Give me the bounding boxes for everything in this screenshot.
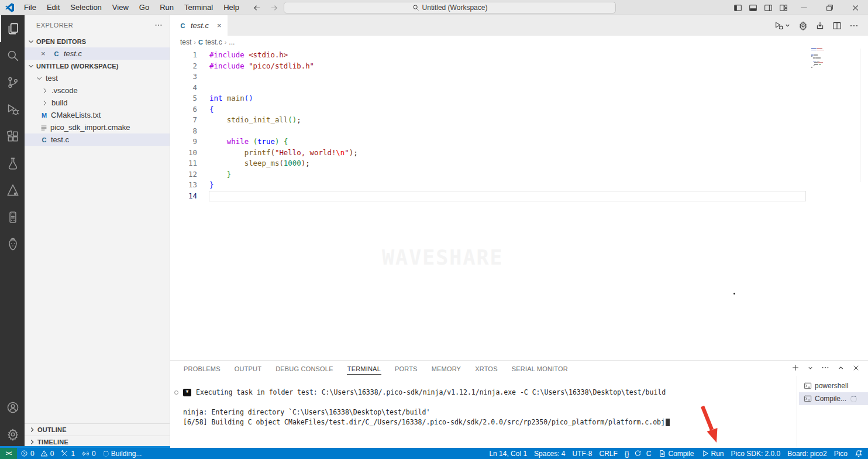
compile-button[interactable]: Compile: [655, 448, 698, 459]
tree-item-pico-sdk-import-cmake[interactable]: pico_sdk_import.cmake: [25, 121, 170, 133]
resize-sash[interactable]: [0, 446, 170, 448]
customize-layout-icon[interactable]: [776, 4, 791, 12]
activity-settings-icon[interactable]: [0, 421, 25, 448]
code-line-11[interactable]: 11 sleep_ms(1000);: [170, 158, 868, 169]
close-editor-icon[interactable]: ×: [41, 49, 49, 58]
notifications-bell[interactable]: [851, 448, 868, 459]
panel-tab-memory[interactable]: MEMORY: [431, 362, 462, 375]
board-selector[interactable]: Board: pico2: [784, 448, 830, 459]
activity-source-control-icon[interactable]: [0, 69, 25, 96]
split-editor-icon[interactable]: [832, 21, 842, 30]
editor-scrollbar[interactable]: [860, 49, 860, 182]
tree-item-test-c[interactable]: Ctest.c: [25, 133, 170, 146]
breadcrumb-symbol[interactable]: ...: [229, 38, 235, 46]
menu-edit[interactable]: Edit: [42, 0, 65, 15]
toggle-secondary-sidebar-icon[interactable]: [760, 4, 776, 12]
minimap[interactable]: [811, 48, 826, 68]
configure-gear-icon[interactable]: [798, 21, 808, 30]
close-tab-icon[interactable]: ×: [217, 21, 222, 30]
restore-icon[interactable]: [817, 0, 842, 15]
terminal-scrollbar[interactable]: [797, 376, 797, 447]
code-line-14[interactable]: 14: [170, 191, 868, 202]
remote-indicator[interactable]: ><: [0, 448, 17, 459]
toggle-sidebar-icon[interactable]: [730, 4, 745, 12]
code-line-4[interactable]: 4: [170, 83, 868, 94]
tree-item-test[interactable]: test: [25, 72, 170, 84]
breadcrumb-file[interactable]: test.c: [205, 38, 222, 46]
menu-selection[interactable]: Selection: [65, 0, 106, 15]
panel-tab-ports[interactable]: PORTS: [394, 362, 418, 375]
more-actions-icon[interactable]: [849, 21, 859, 30]
tab-test-c[interactable]: C test.c ×: [170, 15, 228, 36]
panel-tab-output[interactable]: OUTPUT: [234, 362, 262, 375]
indentation[interactable]: Spaces: 4: [531, 448, 569, 459]
pico-sdk-version[interactable]: Pico SDK: 2.0.0: [728, 448, 784, 459]
menu-terminal[interactable]: Terminal: [179, 0, 218, 15]
code-line-5[interactable]: 5int main(): [170, 93, 868, 104]
building-status[interactable]: Building...: [99, 448, 146, 459]
code-line-7[interactable]: 7 stdio_init_all();: [170, 115, 868, 126]
new-terminal-icon[interactable]: [791, 364, 800, 372]
terminal-dropdown-icon[interactable]: [807, 365, 814, 371]
workspace-header[interactable]: UNTITLED (WORKSPACE): [25, 60, 170, 72]
activity-search-icon[interactable]: [0, 42, 25, 69]
code-line-12[interactable]: 12 }: [170, 169, 868, 180]
code-line-13[interactable]: 13}: [170, 180, 868, 191]
back-icon[interactable]: [253, 4, 261, 12]
panel-tab-terminal[interactable]: TERMINAL: [347, 362, 381, 375]
close-panel-icon[interactable]: [852, 364, 860, 372]
run-debug-file-button[interactable]: [774, 21, 791, 30]
language-mode[interactable]: C: [643, 448, 655, 459]
code-line-8[interactable]: 8: [170, 126, 868, 137]
activity-extensions-icon[interactable]: [0, 123, 25, 150]
panel-tab-debug-console[interactable]: DEBUG CONSOLE: [275, 362, 334, 375]
problems-indicator[interactable]: 0 0: [17, 448, 57, 459]
open-editor-test-c[interactable]: × C test.c: [25, 47, 170, 60]
code-line-6[interactable]: 6{: [170, 104, 868, 115]
forward-icon[interactable]: [270, 4, 278, 12]
code-line-3[interactable]: 3: [170, 71, 868, 83]
sync-indicator[interactable]: [633, 448, 643, 459]
activity-run-debug-icon[interactable]: [0, 96, 25, 123]
code-line-2[interactable]: 2#include "pico/stdlib.h": [170, 61, 868, 72]
braces-indicator[interactable]: {}: [621, 448, 633, 459]
outline-section[interactable]: OUTLINE: [25, 423, 170, 436]
terminal-tab-compile[interactable]: Compile...: [799, 392, 868, 405]
tasks-indicator[interactable]: 1: [57, 448, 78, 459]
activity-testing-icon[interactable]: [0, 150, 25, 177]
panel-tab-serial-monitor[interactable]: SERIAL MONITOR: [511, 362, 569, 375]
menu-run[interactable]: Run: [154, 0, 179, 15]
cursor-position[interactable]: Ln 14, Col 1: [485, 448, 531, 459]
menu-go[interactable]: Go: [134, 0, 154, 15]
tree-item-build[interactable]: build: [25, 97, 170, 109]
menu-file[interactable]: File: [19, 0, 42, 15]
minimize-icon[interactable]: [791, 0, 817, 15]
activity-pico-board-icon[interactable]: [0, 204, 25, 231]
activity-cmake-tools-icon[interactable]: [0, 177, 25, 204]
maximize-panel-icon[interactable]: [837, 364, 845, 372]
code-line-1[interactable]: 1#include <stdio.h>: [170, 50, 868, 61]
pico-indicator[interactable]: Pico: [831, 448, 851, 459]
code-editor[interactable]: 1#include <stdio.h>2#include "pico/stdli…: [170, 49, 868, 360]
activity-raspberry-pi-icon[interactable]: [0, 231, 25, 258]
sidebar-more-icon[interactable]: [154, 21, 163, 29]
tree-item-vscode[interactable]: .vscode: [25, 84, 170, 97]
code-line-9[interactable]: 9 while (true) {: [170, 136, 868, 148]
code-line-10[interactable]: 10 printf("Hello, world!\n");: [170, 148, 868, 159]
command-center-search[interactable]: Untitled (Workspace): [284, 2, 616, 13]
tree-item-cmakelists-txt[interactable]: MCMakeLists.txt: [25, 109, 170, 121]
terminal-tab-powershell[interactable]: powershell: [799, 379, 868, 392]
ports-indicator[interactable]: 0: [78, 448, 99, 459]
panel-tab-problems[interactable]: PROBLEMS: [183, 362, 221, 375]
panel-tab-xrtos[interactable]: XRTOS: [474, 362, 498, 375]
open-editors-header[interactable]: OPEN EDITORS: [25, 35, 170, 47]
menu-view[interactable]: View: [107, 0, 134, 15]
close-window-icon[interactable]: [842, 0, 868, 15]
activity-accounts-icon[interactable]: [0, 394, 25, 421]
encoding[interactable]: UTF-8: [569, 448, 595, 459]
breadcrumb-folder[interactable]: test: [180, 38, 191, 46]
panel-more-icon[interactable]: [821, 364, 829, 372]
menu-help[interactable]: Help: [218, 0, 244, 15]
flash-device-icon[interactable]: [815, 21, 825, 30]
toggle-panel-icon[interactable]: [745, 4, 760, 12]
